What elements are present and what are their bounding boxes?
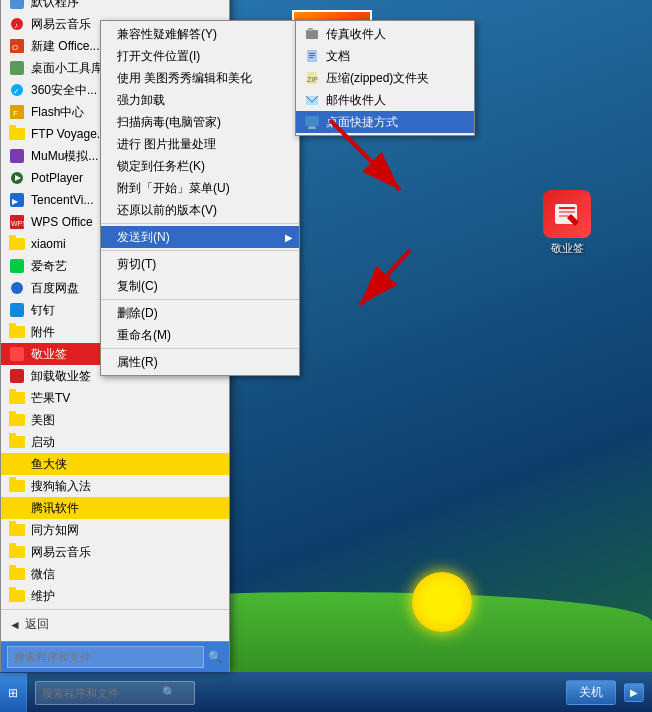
item-icon-21 xyxy=(9,456,25,472)
item-icon-11 xyxy=(9,236,25,252)
taskbar-search-icon: 🔍 xyxy=(162,686,176,699)
svg-rect-6 xyxy=(10,61,24,75)
svg-rect-21 xyxy=(10,347,24,361)
svg-rect-1 xyxy=(10,0,24,9)
context-divider-1 xyxy=(101,223,299,224)
svg-rect-34 xyxy=(309,126,315,127)
context-label-delete: 删除(D) xyxy=(117,305,158,322)
item-label-11: xiaomi xyxy=(31,237,66,251)
desktop-shortcut-icon xyxy=(304,114,320,130)
item-icon-13 xyxy=(9,280,25,296)
submenu-item-fax[interactable]: 传真收件人 xyxy=(296,23,474,45)
start-menu-item-0[interactable]: 默认程序 xyxy=(1,0,229,13)
svg-text:▶: ▶ xyxy=(12,197,19,206)
context-menu-item-2[interactable]: 使用 美图秀秀编辑和美化 xyxy=(101,67,299,89)
context-label-rename: 重命名(M) xyxy=(117,327,171,344)
context-menu-item-7[interactable]: 附到「开始」菜单(U) xyxy=(101,177,299,199)
submenu-item-zip[interactable]: ZIP 压缩(zipped)文件夹 xyxy=(296,67,474,89)
context-menu-item-0[interactable]: 兼容性疑难解答(Y) xyxy=(101,23,299,45)
doc-icon xyxy=(304,48,320,64)
fax-icon xyxy=(304,26,320,42)
item-label-16: 敬业签 xyxy=(31,346,67,363)
start-menu-item-26[interactable]: 微信 xyxy=(1,563,229,585)
item-label-1: 网易云音乐 xyxy=(31,16,91,33)
start-menu-item-21[interactable]: 鱼大侠 xyxy=(1,453,229,475)
svg-rect-28 xyxy=(309,57,313,58)
context-menu-item-sendto[interactable]: 发送到(N) ▶ xyxy=(101,226,299,248)
submenu-label-desktop: 桌面快捷方式 xyxy=(326,114,398,131)
back-arrow-icon: ◄ xyxy=(9,618,21,632)
submenu-label-fax: 传真收件人 xyxy=(326,26,386,43)
item-icon-17 xyxy=(9,368,25,384)
taskbar-right: 关机 ▶ xyxy=(566,680,652,705)
start-menu-item-25[interactable]: 网易云音乐 xyxy=(1,541,229,563)
item-label-27: 维护 xyxy=(31,588,55,605)
item-icon-2: O xyxy=(9,38,25,54)
context-menu-item-5[interactable]: 进行 图片批量处理 xyxy=(101,133,299,155)
context-menu-item-1[interactable]: 打开文件位置(I) xyxy=(101,45,299,67)
submenu-item-desktop[interactable]: 桌面快捷方式 xyxy=(296,111,474,133)
back-label: 返回 xyxy=(25,616,49,633)
context-menu-item-rename[interactable]: 重命名(M) xyxy=(101,324,299,346)
context-label-3: 强力卸载 xyxy=(117,92,165,109)
desktop-icon-jingyeqian[interactable]: 敬业签 xyxy=(532,190,602,256)
context-menu-item-3[interactable]: 强力卸载 xyxy=(101,89,299,111)
item-label-0: 默认程序 xyxy=(31,0,79,11)
item-label-13: 百度网盘 xyxy=(31,280,79,297)
context-divider-2 xyxy=(101,250,299,251)
shutdown-arrow-icon[interactable]: ▶ xyxy=(624,683,644,702)
context-divider-4 xyxy=(101,348,299,349)
context-menu-item-properties[interactable]: 属性(R) xyxy=(101,351,299,373)
context-menu-item-cut[interactable]: 剪切(T) xyxy=(101,253,299,275)
start-menu-item-19[interactable]: 美图 xyxy=(1,409,229,431)
item-icon-4: ✓ xyxy=(9,82,25,98)
taskbar-search-input[interactable] xyxy=(42,687,162,699)
shutdown-button[interactable]: 关机 xyxy=(566,680,616,705)
submenu-sendto: 传真收件人 文档 ZIP 压缩(zipped)文件夹 邮件收件人 桌面快捷方式 xyxy=(295,20,475,136)
svg-text:WPS: WPS xyxy=(11,220,24,227)
item-label-15: 附件 xyxy=(31,324,55,341)
start-menu-item-18[interactable]: 芒果TV xyxy=(1,387,229,409)
item-label-24: 同方知网 xyxy=(31,522,79,539)
start-menu-search[interactable]: 🔍 xyxy=(1,641,229,672)
item-label-14: 钉钉 xyxy=(31,302,55,319)
start-menu-item-20[interactable]: 启动 xyxy=(1,431,229,453)
context-label-7: 附到「开始」菜单(U) xyxy=(117,180,230,197)
item-icon-15 xyxy=(9,324,25,340)
item-icon-7 xyxy=(9,148,25,164)
start-menu-item-22[interactable]: 搜狗输入法 xyxy=(1,475,229,497)
context-menu-item-delete[interactable]: 删除(D) xyxy=(101,302,299,324)
desktop-icon-image xyxy=(543,190,591,238)
start-menu-item-27[interactable]: 维护 xyxy=(1,585,229,607)
item-icon-27 xyxy=(9,588,25,604)
start-menu-search-input[interactable] xyxy=(7,646,204,668)
item-icon-25 xyxy=(9,544,25,560)
submenu-item-mail[interactable]: 邮件收件人 xyxy=(296,89,474,111)
item-label-26: 微信 xyxy=(31,566,55,583)
taskbar-search-box[interactable]: 🔍 xyxy=(35,681,195,705)
start-menu-item-24[interactable]: 同方知网 xyxy=(1,519,229,541)
context-menu-item-copy[interactable]: 复制(C) xyxy=(101,275,299,297)
item-label-22: 搜狗输入法 xyxy=(31,478,91,495)
mail-icon xyxy=(304,92,320,108)
item-label-20: 启动 xyxy=(31,434,55,451)
zip-icon: ZIP xyxy=(304,70,320,86)
context-menu-item-8[interactable]: 还原以前的版本(V) xyxy=(101,199,299,221)
start-button[interactable]: ⊞ xyxy=(0,673,27,712)
svg-rect-33 xyxy=(308,127,316,129)
start-menu-back[interactable]: ◄ 返回 xyxy=(1,612,229,637)
submenu-item-doc[interactable]: 文档 xyxy=(296,45,474,67)
context-label-6: 锁定到任务栏(K) xyxy=(117,158,205,175)
context-menu-item-6[interactable]: 锁定到任务栏(K) xyxy=(101,155,299,177)
item-label-21: 鱼大侠 xyxy=(31,456,67,473)
item-label-25: 网易云音乐 xyxy=(31,544,91,561)
context-menu-item-4[interactable]: 扫描病毒(电脑管家) xyxy=(101,111,299,133)
item-label-12: 爱奇艺 xyxy=(31,258,67,275)
submenu-label-mail: 邮件收件人 xyxy=(326,92,386,109)
context-label-copy: 复制(C) xyxy=(117,278,158,295)
item-icon-18 xyxy=(9,390,25,406)
item-icon-3 xyxy=(9,60,25,76)
start-menu-item-23[interactable]: 腾讯软件 xyxy=(1,497,229,519)
search-icon: 🔍 xyxy=(208,650,223,664)
context-divider-3 xyxy=(101,299,299,300)
